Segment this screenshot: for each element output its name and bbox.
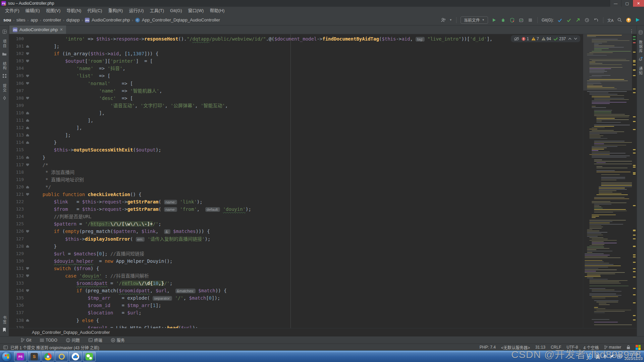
fold-marker[interactable] xyxy=(24,317,31,324)
breadcrumb-item[interactable]: app xyxy=(31,17,38,22)
code-line[interactable]: 117 /* xyxy=(9,161,583,169)
code-line[interactable]: 112 ], xyxy=(9,124,583,131)
code-line[interactable]: 110 ], xyxy=(9,109,583,117)
sidebar-item-database[interactable]: 数据库 xyxy=(638,40,643,53)
code-line[interactable]: 103 $output['room']['printer'] = [ xyxy=(9,57,583,65)
notification-bell-icon[interactable] xyxy=(638,56,643,62)
minimize-button[interactable]: — xyxy=(610,0,621,7)
code-line[interactable]: 101 ]; xyxy=(9,43,583,50)
inspections-widget[interactable]: 1 7 94 237 xyxy=(511,35,580,42)
code-line[interactable]: 126 if (empty(preg_match($pattern, $link… xyxy=(9,228,583,235)
code-line[interactable]: 115 $this->outputSuccessWithExit($output… xyxy=(9,146,583,154)
code-line[interactable]: 113 ]; xyxy=(9,131,583,139)
code-line[interactable]: 131 switch ($from) { xyxy=(9,265,583,272)
menu-item[interactable]: 导航(N) xyxy=(63,7,84,15)
code-line[interactable]: 134 if (preg_match($roomidpatt, $url, &m… xyxy=(9,287,583,294)
fold-marker[interactable] xyxy=(24,109,31,117)
translate-icon[interactable]: 文A xyxy=(607,17,613,23)
fold-marker[interactable] xyxy=(24,131,31,139)
prev-problem-icon[interactable] xyxy=(568,38,572,40)
code-line[interactable]: 129 $url = $matches[0]; //直播间短链接 xyxy=(9,250,583,257)
breadcrumb-item[interactable]: sites xyxy=(16,17,25,22)
code-line[interactable]: 137 $location = $url; xyxy=(9,309,583,316)
code-line[interactable]: 135 $tmp_arr = explode( separator: '/', … xyxy=(9,294,583,302)
code-line[interactable]: 122 $link = $this->request->getStrParam(… xyxy=(9,198,583,205)
menu-item[interactable]: 文件(F) xyxy=(2,7,22,15)
search-everywhere-icon[interactable] xyxy=(616,17,623,23)
menu-item[interactable]: Git(G) xyxy=(167,7,185,15)
code-line[interactable]: 125 $pattern = '/https?:\/\/[\w\/\.\-]+/… xyxy=(9,220,583,228)
toolwindow-quick-access-icon[interactable] xyxy=(3,346,8,349)
close-button[interactable]: ✕ xyxy=(633,0,644,7)
code-line[interactable]: 123 $from = $this->request->getStrParam(… xyxy=(9,205,583,213)
toolwindow-problems[interactable]: 问题 xyxy=(66,337,80,343)
bookmark-icon[interactable] xyxy=(2,327,6,334)
fold-marker[interactable] xyxy=(24,95,31,102)
code-line[interactable]: 120 */ xyxy=(9,183,583,191)
code-line[interactable]: 118 * 添加直播间 xyxy=(9,169,583,176)
fold-marker[interactable] xyxy=(24,243,31,250)
code-line[interactable]: 116 } xyxy=(9,154,583,161)
code-line[interactable]: 139 $result = Libs_Http_Client::head($ur… xyxy=(9,324,583,328)
menu-item[interactable]: 工具(T) xyxy=(147,7,167,15)
folder-icon[interactable] xyxy=(2,51,7,57)
breadcrumb-item[interactable]: dqtapp xyxy=(66,17,80,22)
taskbar-navicat[interactable] xyxy=(55,352,68,361)
code-line[interactable]: 138 } else { xyxy=(9,317,583,324)
code-line[interactable]: 128 } xyxy=(9,243,583,250)
sidebar-item-commit[interactable]: 提交 xyxy=(2,84,7,93)
breadcrumb-item[interactable]: App_Controller_Dqtapp_AudioController xyxy=(142,17,220,22)
highlighting-eye-icon[interactable] xyxy=(514,37,519,41)
code-line[interactable]: 111 ], xyxy=(9,117,583,124)
menu-item[interactable]: 视图(V) xyxy=(43,7,63,15)
code-line[interactable]: 104 'name' => '抖音', xyxy=(9,65,583,72)
debug-button[interactable] xyxy=(500,17,506,23)
code-line[interactable]: 130 $douyin_helper = new App_Helper_Douy… xyxy=(9,257,583,265)
taskbar-cloud-app[interactable] xyxy=(69,352,82,361)
toolwindow-git[interactable]: Git xyxy=(21,338,31,343)
history-button[interactable] xyxy=(584,17,590,23)
fold-marker[interactable] xyxy=(24,50,31,57)
taskbar-wechat[interactable] xyxy=(83,352,96,361)
git-commit-button[interactable] xyxy=(566,17,572,23)
code-line[interactable]: 136 $room_id = $tmp_arr[1]; xyxy=(9,302,583,309)
ide-update-badge-icon[interactable] xyxy=(626,17,632,23)
fold-marker[interactable] xyxy=(24,80,31,87)
code-line[interactable]: 132 case 'douyin' : //抖音直播间解析 xyxy=(9,272,583,280)
error-stripe[interactable] xyxy=(632,34,637,328)
code-with-me-users-icon[interactable] xyxy=(440,17,446,23)
commit-icon[interactable] xyxy=(2,96,7,102)
next-problem-icon[interactable] xyxy=(574,38,577,40)
stop-button[interactable] xyxy=(527,17,533,23)
code-line[interactable]: 114 } xyxy=(9,139,583,146)
code-line[interactable]: 105 'list' => [ xyxy=(9,72,583,79)
toolwindow-terminal[interactable]: 终端 xyxy=(89,337,102,343)
git-update-button[interactable] xyxy=(557,17,563,23)
structure-icon[interactable] xyxy=(2,73,7,79)
menu-item[interactable]: 帮助(H) xyxy=(207,7,227,15)
tab-options-icon[interactable]: ⋮ xyxy=(627,28,637,34)
fold-marker[interactable] xyxy=(24,72,31,79)
toolwindow-todo[interactable]: TODO xyxy=(40,338,57,343)
menu-item[interactable]: 窗口(W) xyxy=(185,7,207,15)
run-configuration-selector[interactable]: 当前文件 ▼ xyxy=(461,16,488,24)
fold-marker[interactable] xyxy=(24,272,31,280)
database-icon[interactable] xyxy=(639,30,643,36)
maximize-button[interactable]: ▢ xyxy=(621,0,633,7)
code-line[interactable]: 102 if (in_array($this->aid, [1,1307])) … xyxy=(9,50,583,57)
breadcrumb-item[interactable]: controller xyxy=(43,17,61,22)
profiler-button[interactable] xyxy=(518,17,524,23)
fold-marker[interactable] xyxy=(24,57,31,65)
sidebar-item-structure[interactable]: 结构 xyxy=(2,62,7,70)
code-line[interactable]: 121 public function checkLiveAction() { xyxy=(9,191,583,198)
fold-marker[interactable] xyxy=(24,265,31,272)
coverage-button[interactable] xyxy=(509,17,515,23)
sidebar-item-bookmarks[interactable]: 书签 xyxy=(2,316,7,324)
code-line[interactable]: 108 'desc' => [ xyxy=(9,95,583,102)
sidebar-item-project[interactable]: 项目 xyxy=(2,40,7,48)
tab-audiocontroller[interactable]: php AudioController.php ✕ xyxy=(9,25,66,34)
php-version[interactable]: PHP: 7.4 xyxy=(480,345,496,350)
menu-item[interactable]: 代码(C) xyxy=(84,7,105,15)
fold-marker[interactable] xyxy=(24,161,31,169)
fold-marker[interactable] xyxy=(24,139,31,146)
